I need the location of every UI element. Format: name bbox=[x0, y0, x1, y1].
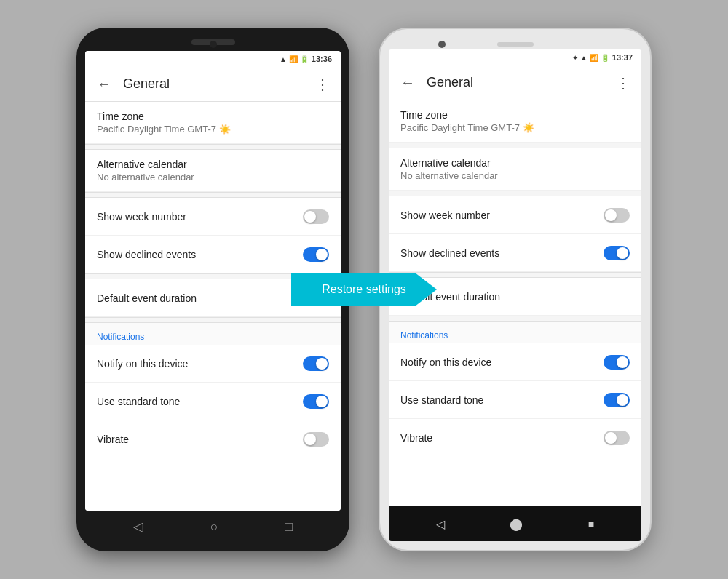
wifi-icon-r: ▲ bbox=[580, 54, 587, 62]
back-button-left[interactable]: ← bbox=[97, 76, 111, 92]
nav-home-right[interactable]: ⬤ bbox=[510, 517, 523, 531]
notifications-header-right: Notifications bbox=[389, 322, 641, 343]
notify-label-right: Notify on this device bbox=[400, 356, 491, 368]
bt-icon: ✦ bbox=[572, 54, 578, 62]
app-bar-right: ← General ⋮ bbox=[389, 65, 641, 100]
divider-1-left bbox=[85, 144, 341, 150]
page-title-left: General bbox=[123, 76, 315, 92]
nav-back-left[interactable]: ◁ bbox=[133, 519, 143, 535]
setting-tone-left[interactable]: Use standard tone bbox=[85, 383, 341, 420]
declined-label-left: Show declined events bbox=[97, 249, 196, 260]
timezone-label-right: Time zone bbox=[400, 109, 534, 121]
bottom-nav-left: ◁ ○ □ bbox=[85, 511, 341, 543]
app-bar-left: ← General ⋮ bbox=[85, 67, 341, 102]
more-menu-right[interactable]: ⋮ bbox=[616, 74, 630, 92]
timezone-value-left: Pacific Daylight Time GMT-7 ☀️ bbox=[97, 124, 231, 135]
setting-vibrate-right[interactable]: Vibrate bbox=[389, 419, 641, 457]
altcal-value-left: No alternative calendar bbox=[97, 172, 194, 183]
tone-label-left: Use standard tone bbox=[97, 396, 180, 407]
altcal-label-left: Alternative calendar bbox=[97, 159, 194, 170]
tone-label-right: Use standard tone bbox=[400, 394, 483, 406]
duration-label-left: Default event duration bbox=[97, 292, 197, 304]
declined-label-right: Show declined events bbox=[400, 247, 499, 259]
camera-right bbox=[438, 41, 446, 48]
status-time-left: 13:36 bbox=[312, 55, 332, 63]
signal-icon-r: 📶 bbox=[590, 54, 598, 62]
weeknum-label-right: Show week number bbox=[400, 209, 490, 221]
back-button-right[interactable]: ← bbox=[400, 74, 415, 91]
setting-timezone-right[interactable]: Time zone Pacific Daylight Time GMT-7 ☀️ bbox=[389, 100, 641, 143]
nav-home-left[interactable]: ○ bbox=[210, 519, 218, 535]
page-title-right: General bbox=[427, 75, 616, 90]
setting-timezone-left[interactable]: Time zone Pacific Daylight Time GMT-7 ☀️ bbox=[85, 102, 341, 144]
settings-content-left: Time zone Pacific Daylight Time GMT-7 ☀️… bbox=[85, 102, 341, 511]
status-bar-left: ▲ 📶 🔋 13:36 bbox=[85, 51, 341, 67]
status-icons-right: ✦ ▲ 📶 🔋 bbox=[572, 54, 609, 62]
weeknum-label-left: Show week number bbox=[97, 211, 186, 223]
timezone-value-right: Pacific Daylight Time GMT-7 ☀️ bbox=[400, 122, 534, 133]
status-icons-left: ▲ 📶 🔋 bbox=[280, 55, 309, 63]
divider-4-right bbox=[389, 316, 641, 322]
tone-toggle-left[interactable] bbox=[303, 394, 329, 409]
divider-4-left bbox=[85, 317, 341, 323]
setting-notify-left[interactable]: Notify on this device bbox=[85, 345, 341, 383]
wifi-icon: ▲ bbox=[280, 55, 287, 63]
notifications-header-left: Notifications bbox=[85, 323, 341, 345]
restore-settings-button[interactable]: Restore settings bbox=[291, 273, 437, 306]
vibrate-toggle-right[interactable] bbox=[604, 431, 630, 445]
setting-tone-right[interactable]: Use standard tone bbox=[389, 381, 641, 419]
status-bar-right: ✦ ▲ 📶 🔋 13:37 bbox=[389, 49, 641, 65]
setting-altcal-right[interactable]: Alternative calendar No alternative cale… bbox=[389, 148, 641, 191]
vibrate-label-right: Vibrate bbox=[400, 432, 432, 444]
declined-toggle-left[interactable] bbox=[303, 247, 329, 262]
vibrate-label-left: Vibrate bbox=[97, 434, 129, 445]
speaker-right bbox=[497, 42, 534, 47]
battery-icon-r: 🔋 bbox=[601, 54, 609, 62]
weeknum-toggle-right[interactable] bbox=[604, 208, 630, 223]
notify-toggle-right[interactable] bbox=[604, 355, 630, 370]
declined-toggle-right[interactable] bbox=[604, 246, 630, 260]
altcal-value-right: No alternative calendar bbox=[400, 170, 498, 181]
status-time-right: 13:37 bbox=[612, 53, 633, 62]
setting-weeknum-right[interactable]: Show week number bbox=[389, 196, 641, 234]
setting-weeknum-left[interactable]: Show week number bbox=[85, 198, 341, 236]
setting-altcal-left[interactable]: Alternative calendar No alternative cale… bbox=[85, 150, 341, 192]
tone-toggle-right[interactable] bbox=[604, 393, 630, 407]
nav-recents-left[interactable]: □ bbox=[285, 519, 293, 535]
vibrate-toggle-left[interactable] bbox=[303, 432, 329, 447]
nav-back-right[interactable]: ◁ bbox=[436, 517, 445, 531]
camera-left bbox=[210, 41, 217, 48]
more-menu-left[interactable]: ⋮ bbox=[315, 76, 329, 93]
setting-declined-right[interactable]: Show declined events bbox=[389, 234, 641, 272]
signal-icon: 📶 bbox=[289, 55, 298, 63]
divider-2-left bbox=[85, 192, 341, 198]
divider-1-right bbox=[389, 143, 641, 148]
notify-toggle-left[interactable] bbox=[303, 356, 329, 371]
weeknum-toggle-left[interactable] bbox=[303, 209, 329, 224]
timezone-label-left: Time zone bbox=[97, 111, 231, 122]
setting-vibrate-left[interactable]: Vibrate bbox=[85, 420, 341, 458]
restore-arrow-container: Restore settings bbox=[291, 273, 437, 306]
altcal-label-right: Alternative calendar bbox=[400, 157, 498, 169]
bottom-nav-right: ◁ ⬤ ■ bbox=[389, 506, 641, 541]
nav-recents-right[interactable]: ■ bbox=[588, 518, 594, 530]
notify-label-left: Notify on this device bbox=[97, 358, 188, 370]
battery-icon: 🔋 bbox=[300, 55, 309, 63]
setting-declined-left[interactable]: Show declined events bbox=[85, 236, 341, 273]
setting-notify-right[interactable]: Notify on this device bbox=[389, 343, 641, 381]
divider-2-right bbox=[389, 191, 641, 196]
